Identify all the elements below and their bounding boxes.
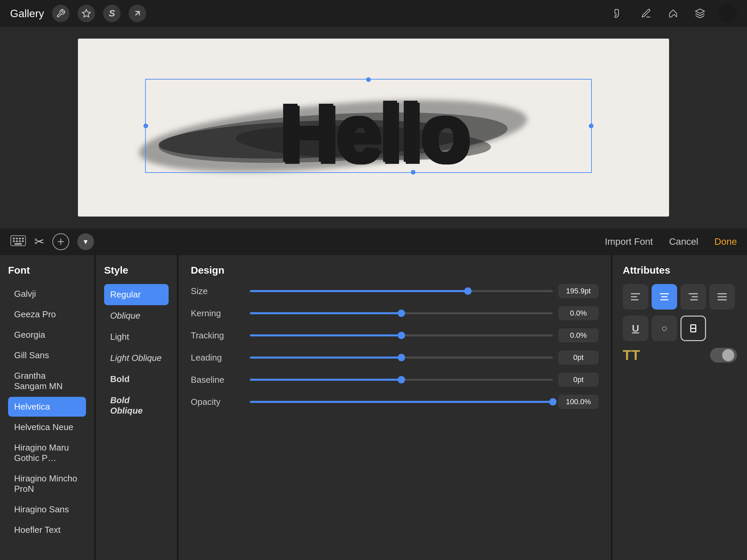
done-button[interactable]: Done <box>715 236 737 247</box>
design-row-leading: Leading 0pt <box>191 350 598 365</box>
font-item-gill-sans[interactable]: Gill Sans <box>8 345 86 365</box>
canvas[interactable]: Hello <box>78 38 669 217</box>
svg-rect-15 <box>22 240 24 242</box>
divider-design-attributes <box>611 255 612 560</box>
alignment-row <box>623 284 737 310</box>
eraser-tool-icon[interactable] <box>664 5 682 22</box>
style-oblique[interactable]: Oblique <box>104 305 169 326</box>
opacity-label: Opacity <box>191 397 244 407</box>
strikethrough-button[interactable] <box>680 316 706 341</box>
style-light[interactable]: Light <box>104 326 169 347</box>
wrench-icon[interactable] <box>52 5 70 22</box>
toggle-knob <box>722 349 734 361</box>
svg-rect-16 <box>15 243 22 245</box>
svg-marker-0 <box>83 9 91 17</box>
font-item-hiragino-mincho[interactable]: Hiragino Mincho ProN <box>8 469 86 499</box>
style-list: Regular Oblique Light Light Oblique Bold… <box>104 284 169 421</box>
style-bold[interactable]: Bold <box>104 369 169 390</box>
svg-marker-2 <box>696 9 705 14</box>
baseline-value: 0pt <box>558 373 598 387</box>
divider-font-style <box>95 255 95 560</box>
font-item-galvji[interactable]: Galvji <box>8 284 86 304</box>
design-row-tracking: Tracking 0.0% <box>191 328 598 342</box>
font-item-geeza-pro[interactable]: Geeza Pro <box>8 304 86 324</box>
font-item-hoefler[interactable]: Hoefler Text <box>8 520 86 540</box>
tt-label: TT <box>623 347 640 363</box>
scissors-button[interactable]: ✂ <box>34 235 44 249</box>
style-bold-oblique[interactable]: Bold Oblique <box>104 390 169 421</box>
align-right-button[interactable] <box>680 284 706 310</box>
hello-text-wrapper: Hello <box>78 49 669 217</box>
layers-icon[interactable] <box>691 5 709 22</box>
baseline-slider[interactable] <box>250 379 553 381</box>
size-slider[interactable] <box>250 290 553 292</box>
keyboard-button[interactable] <box>10 235 26 249</box>
font-item-grantha[interactable]: Grantha Sangam MN <box>8 366 86 396</box>
design-row-opacity: Opacity 100.0% <box>191 395 598 409</box>
font-list: Galvji Geeza Pro Georgia Gill Sans Grant… <box>8 284 86 540</box>
font-item-helvetica-neue[interactable]: Helvetica Neue <box>8 417 86 437</box>
smudge-tool-icon[interactable] <box>638 5 655 22</box>
font-item-hiragino-sans[interactable]: Hiragino Sans <box>8 500 86 519</box>
design-row-kerning: Kerning 0.0% <box>191 306 598 320</box>
design-panel-title: Design <box>191 265 598 276</box>
font-panel-title: Font <box>8 265 86 276</box>
kerning-slider[interactable] <box>250 312 553 314</box>
svg-rect-10 <box>19 238 21 239</box>
leading-label: Leading <box>191 352 244 363</box>
underline-button[interactable]: U <box>623 316 648 341</box>
align-center-button[interactable] <box>652 284 677 310</box>
gallery-label[interactable]: Gallery <box>10 7 44 20</box>
magic-icon[interactable] <box>78 5 95 22</box>
leading-slider[interactable] <box>250 356 553 358</box>
toggle-switch[interactable] <box>710 348 737 363</box>
tracking-label: Tracking <box>191 330 244 341</box>
font-item-georgia[interactable]: Georgia <box>8 325 86 345</box>
baseline-label: Baseline <box>191 375 244 385</box>
tt-row: TT <box>623 347 737 363</box>
attributes-panel-title: Attributes <box>623 265 737 276</box>
import-font-button[interactable]: Import Font <box>605 236 653 247</box>
canvas-area: Hello <box>0 27 747 228</box>
top-bar-right <box>611 4 737 23</box>
opacity-slider[interactable] <box>250 401 553 403</box>
design-row-baseline: Baseline 0pt <box>191 373 598 387</box>
svg-line-1 <box>136 11 140 16</box>
font-panel: Font Galvji Geeza Pro Georgia Gill Sans … <box>0 255 94 560</box>
svg-rect-9 <box>16 238 18 239</box>
script-icon[interactable]: S <box>103 5 121 22</box>
font-item-helvetica[interactable]: Helvetica <box>8 397 86 417</box>
toolbar-left: ✂ + ▼ <box>10 233 94 250</box>
align-left-button[interactable] <box>623 284 648 310</box>
svg-rect-13 <box>16 240 18 242</box>
arrow-icon[interactable] <box>129 5 146 22</box>
kerning-value: 0.0% <box>558 306 598 320</box>
attributes-panel: Attributes <box>613 255 747 560</box>
tracking-value: 0.0% <box>558 328 598 342</box>
divider-style-design <box>177 255 178 560</box>
opacity-value: 100.0% <box>558 395 598 409</box>
top-bar-left: Gallery S <box>10 5 146 22</box>
style-panel-title: Style <box>104 265 169 276</box>
color-picker-icon[interactable] <box>718 4 737 23</box>
style-panel: Style Regular Oblique Light Light Obliqu… <box>96 255 177 560</box>
align-justify-button[interactable] <box>710 284 735 310</box>
svg-rect-11 <box>22 238 24 239</box>
cancel-button[interactable]: Cancel <box>669 236 698 247</box>
brush-tool-icon[interactable] <box>611 5 628 22</box>
hello-text[interactable]: Hello <box>279 86 468 179</box>
svg-rect-12 <box>13 240 15 242</box>
style-light-oblique[interactable]: Light Oblique <box>104 347 169 369</box>
size-label: Size <box>191 286 244 296</box>
toolbar-row: ✂ + ▼ Import Font Cancel Done <box>0 228 747 255</box>
dropdown-button[interactable]: ▼ <box>77 233 94 250</box>
leading-value: 0pt <box>558 350 598 365</box>
font-item-hiragino-maru[interactable]: Hiragino Maru Gothic P… <box>8 438 86 468</box>
size-value: 195.9pt <box>558 284 598 298</box>
outline-button[interactable]: ○ <box>652 316 677 341</box>
tracking-slider[interactable] <box>250 335 553 337</box>
style-regular[interactable]: Regular <box>104 284 169 305</box>
top-bar: Gallery S <box>0 0 747 27</box>
add-button[interactable]: + <box>52 233 69 250</box>
svg-rect-8 <box>13 238 15 239</box>
